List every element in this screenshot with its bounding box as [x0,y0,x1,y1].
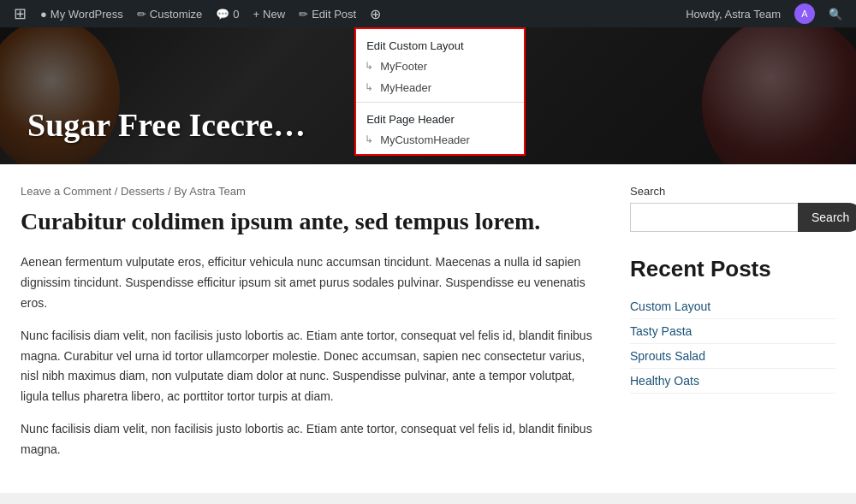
custom-layout-trigger[interactable]: ⊕ Edit Custom Layout MyFooter MyHeader E… [363,0,388,27]
recent-post-item[interactable]: Tasty Pasta [630,319,835,344]
admin-bar-right: Howdy, Astra Team A 🔍 [679,0,849,27]
search-label: Search [630,185,835,198]
search-section: Search Search [630,185,835,232]
recent-posts-title: Recent Posts [630,256,835,282]
user-avatar[interactable]: A [794,3,815,24]
comments-icon: 💬 [216,8,229,21]
recent-post-item[interactable]: Custom Layout [630,294,835,319]
plus-icon: + [253,8,260,21]
content-area: Leave a Comment / Desserts / By Astra Te… [0,164,856,493]
dropdown-item-myheader[interactable]: MyHeader [356,77,524,98]
dropdown-item-mycustomheader[interactable]: MyCustomHeader [356,129,524,151]
new-button[interactable]: + New [247,0,293,27]
custom-layout-dropdown: Edit Custom Layout MyFooter MyHeader Edi… [354,27,526,156]
post-title: Curabitur coldimen ipsum ante, sed tempu… [21,206,596,237]
search-admin-button[interactable]: 🔍 [822,0,849,27]
search-row: Search [630,203,835,232]
sidebar: Search Search Recent Posts Custom Layout… [630,185,835,472]
site-name-label: My WordPress [51,8,123,21]
site-name-icon: ● [40,8,47,21]
hero-title: Sugar Free Icecre… [27,106,306,144]
recent-post-item[interactable]: Sprouts Salad [630,344,835,369]
recent-posts-section: Recent Posts Custom LayoutTasty PastaSpr… [630,256,835,394]
recent-posts-list: Custom LayoutTasty PastaSprouts SaladHea… [630,294,835,394]
post-paragraph-1: Aenean fermentum vulputate eros, efficit… [21,252,596,313]
comments-button[interactable]: 💬 0 [209,0,246,27]
post-paragraph-2: Nunc facilisis diam velit, non facilisis… [21,326,596,407]
main-content: Leave a Comment / Desserts / By Astra Te… [21,185,630,472]
search-button[interactable]: Search [798,203,856,232]
wp-logo-button[interactable]: ⊞ [7,0,33,27]
search-input[interactable] [630,203,798,232]
post-meta: Leave a Comment / Desserts / By Astra Te… [21,185,596,198]
search-admin-icon: 🔍 [829,8,842,21]
customize-icon: ✏ [137,8,146,21]
edit-icon: ✏ [299,8,308,21]
cursor-icon: ⊕ [370,6,381,22]
post-paragraph-3: Nunc facilisis diam velit, non facilisis… [21,419,596,460]
edit-post-button[interactable]: ✏ Edit Post [292,0,363,27]
dropdown-section1-title: Edit Custom Layout [356,33,524,56]
wp-logo-icon: ⊞ [14,4,27,23]
dropdown-section2-title: Edit Page Header [356,106,524,129]
recent-post-item[interactable]: Healthy Oats [630,369,835,394]
howdy-text: Howdy, Astra Team [679,8,788,21]
customize-button[interactable]: ✏ Customize [130,0,209,27]
admin-bar: ⊞ ● My WordPress ✏ Customize 💬 0 + New ✏… [0,0,856,27]
dropdown-divider [356,102,524,103]
dropdown-item-myfooter[interactable]: MyFooter [356,56,524,77]
site-name-button[interactable]: ● My WordPress [33,0,130,27]
